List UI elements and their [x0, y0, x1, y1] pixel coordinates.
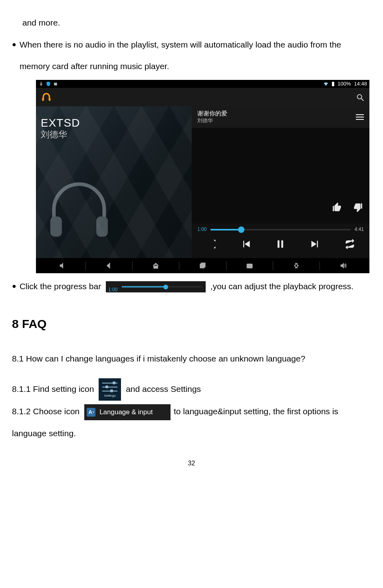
queue-menu-icon[interactable] [356, 114, 364, 120]
battery-pct: 100% [337, 77, 351, 91]
faq-question-8-1: 8.1 How can I change languages if i mist… [12, 348, 371, 370]
language-input-row: A Language & input [84, 404, 171, 420]
app-action-bar [36, 88, 369, 106]
next-icon[interactable] [310, 238, 321, 255]
battery-icon [330, 81, 336, 87]
wifi-icon [323, 81, 329, 87]
progress-elapsed: 1:00 [108, 284, 117, 296]
player-canvas [192, 128, 369, 224]
language-input-label: Language & input [99, 403, 153, 421]
seek-bar[interactable]: 1:00 4:41 [192, 224, 369, 236]
svg-rect-9 [96, 217, 108, 236]
duration-time: 4:41 [355, 223, 364, 236]
previous-icon[interactable] [240, 238, 252, 255]
svg-rect-3 [333, 81, 333, 82]
thumbs-down-icon[interactable] [353, 202, 363, 218]
shield-icon [46, 81, 51, 87]
svg-rect-8 [50, 217, 62, 236]
usb-icon [38, 81, 44, 87]
album-art-pane: EXTSD 刘德华 [36, 106, 192, 258]
language-a-icon: A [87, 408, 95, 417]
shuffle-icon[interactable] [206, 238, 217, 255]
svg-point-0 [55, 82, 55, 83]
repeat-icon[interactable] [344, 238, 355, 255]
step-8-1-2-a: 8.1.2 Choose icon [12, 407, 82, 416]
clock: 14:48 [354, 77, 367, 91]
svg-rect-2 [332, 82, 334, 86]
android-icon [53, 81, 58, 87]
headphones-icon [43, 173, 115, 250]
music-app-screenshot: 100% 14:48 EXTSD 刘德华 [36, 80, 369, 273]
svg-point-6 [357, 94, 362, 99]
screenshot-icon[interactable] [226, 262, 273, 270]
step-8-1-1-b: and access Settings [126, 384, 201, 393]
volume-up-icon[interactable] [320, 262, 366, 270]
bullet-dot: ● [12, 34, 16, 77]
svg-rect-5 [49, 98, 51, 101]
thumbs-up-icon[interactable] [332, 202, 342, 218]
bullet-dot: ● [12, 276, 16, 298]
system-nav-bar [36, 258, 369, 273]
now-playing-bar[interactable]: 谢谢你的爱 刘德华 [192, 106, 369, 128]
text-fragment: and more. [22, 12, 371, 34]
progress-bar-graphic: 1:00 [106, 281, 206, 292]
settings-app-icon: Settings [99, 378, 121, 401]
home-icon[interactable] [133, 262, 179, 270]
bullet-progress-text-1: Click the progress bar [20, 282, 103, 291]
faq-heading: 8 FAQ [12, 308, 371, 340]
svg-line-7 [361, 99, 364, 101]
settings-icon-label: Settings [99, 392, 121, 400]
bullet-progress-text-2: ,you can adjust the playback progress. [210, 282, 353, 291]
volume-down-icon[interactable] [39, 262, 85, 270]
search-icon[interactable] [356, 93, 365, 101]
svg-rect-11 [201, 263, 205, 267]
svg-point-1 [56, 82, 56, 83]
playback-controls [192, 236, 369, 258]
now-playing-track: 谢谢你的爱 [197, 110, 227, 117]
back-icon[interactable] [86, 262, 132, 270]
bullet-autoload: When there is no audio in the playlist, … [20, 34, 371, 77]
status-bar: 100% 14:48 [36, 80, 369, 88]
svg-rect-4 [42, 98, 44, 101]
step-8-1-1-a: 8.1.1 Find setting icon [12, 384, 96, 393]
svg-point-13 [248, 265, 250, 267]
recents-icon[interactable] [179, 262, 226, 270]
album-artist: 刘德华 [41, 123, 67, 146]
music-app-icon [41, 91, 52, 103]
elapsed-time: 1:00 [197, 223, 206, 236]
more-apps-icon[interactable] [273, 262, 319, 270]
pause-icon[interactable] [275, 238, 286, 255]
page-number: 32 [12, 455, 371, 472]
now-playing-artist: 刘德华 [197, 117, 227, 124]
